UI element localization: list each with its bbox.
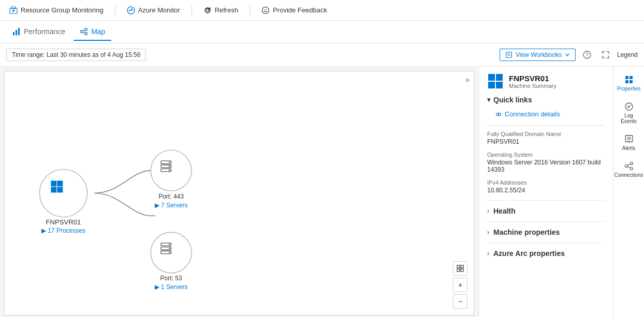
time-range-label: Time range: Last 30 minutes as of 4 Aug … [12,51,140,58]
properties-panel-icon [624,75,634,84]
svg-rect-49 [625,80,628,83]
ipv4-value: 10.80.2.55/24 [487,187,605,194]
connector-line-top [95,171,152,193]
svg-text:!: ! [628,138,630,142]
resource-group-icon [9,6,18,14]
expand-arrow-icon[interactable]: » [465,76,470,84]
machine-props-chevron: › [487,229,489,236]
top-nav: Resource Group Monitoring Azure Monitor … [0,0,644,21]
feedback-label: Provide Feedback [273,6,327,14]
azure-monitor-label: Azure Monitor [138,6,180,14]
refresh-label: Refresh [215,6,239,14]
svg-rect-9 [18,28,20,35]
nav-azure-monitor[interactable]: Azure Monitor [124,4,183,17]
arc-props-chevron: › [487,250,489,257]
zoom-in-button[interactable]: + [453,278,467,292]
zoom-out-button[interactable]: − [453,294,467,309]
divider-1 [487,125,605,126]
toolbar: Time range: Last 30 minutes as of 4 Aug … [0,43,644,67]
svg-point-10 [81,30,83,33]
map-controls: + − [453,261,467,309]
svg-rect-8 [16,30,17,35]
tab-bar: Performance Map [0,21,644,43]
tab-map[interactable]: Map [74,23,111,41]
fit-view-icon [457,265,464,272]
svg-rect-39 [461,269,463,271]
help-icon: ? [583,51,591,59]
nav-sep-2 [192,5,192,16]
svg-rect-36 [457,265,460,268]
side-icon-alerts[interactable]: ! Alerts [614,130,643,155]
link-icon [495,111,502,117]
map-icon [80,27,88,36]
legend-label: Legend [617,51,638,58]
alerts-panel-label: Alerts [622,145,636,151]
svg-point-35 [169,252,170,253]
azure-monitor-icon [127,6,135,14]
main-content: FNPSVR01 ▶ 17 Processes Port: 443 ▶ 7 Se… [0,67,644,317]
connection-details-link[interactable]: Connection details [487,108,605,120]
help-icon-button[interactable]: ? [580,48,594,62]
expand-icon [602,51,610,59]
port-53-label: Port: 53 [160,275,182,282]
machine-props-title: Machine properties [493,228,560,236]
side-icon-connections[interactable]: Connections [614,157,643,182]
ipv4-group: IPv4 Addresses 10.80.2.55/24 [487,179,605,194]
svg-point-12 [85,32,87,35]
svg-point-5 [264,9,265,10]
svg-point-2 [12,10,14,12]
health-header[interactable]: › Health [487,207,605,215]
nav-resource-group[interactable]: Resource Group Monitoring [6,4,107,17]
main-node-processes: ▶ 17 Processes [41,227,85,234]
fit-view-button[interactable] [453,261,467,276]
performance-icon [12,27,21,36]
tab-performance[interactable]: Performance [6,23,71,41]
port-443-label: Port: 443 [158,193,184,200]
nav-sep-1 [115,5,115,16]
svg-point-57 [625,165,627,168]
machine-name: FNPSVR01 [509,74,557,83]
svg-rect-21 [57,180,63,186]
side-icon-log-events[interactable]: Log Events [614,98,643,128]
svg-rect-42 [488,82,495,88]
os-group: Operating System Windows Server 2016 Ver… [487,152,605,173]
side-icon-properties[interactable]: Properties [614,71,643,96]
machine-props-header[interactable]: › Machine properties [487,228,605,236]
svg-rect-7 [13,32,14,35]
connections-panel-label: Connections [614,172,643,178]
arc-props-title: Azure Arc properties [493,249,565,258]
svg-line-14 [83,32,85,33]
svg-rect-43 [496,82,503,88]
expand-icon-button[interactable] [598,48,613,62]
svg-rect-47 [625,76,628,79]
quick-links-section[interactable]: ▾ Quick links [487,96,605,104]
svg-rect-23 [57,187,63,192]
nav-feedback[interactable]: Provide Feedback [258,4,330,17]
nav-resource-group-label: Resource Group Monitoring [21,6,104,14]
svg-point-58 [630,162,633,165]
view-workbooks-label: View Workbooks [516,51,562,58]
machine-subtitle: Machine Summary [509,83,557,89]
time-range-button[interactable]: Time range: Last 30 minutes as of 4 Aug … [6,49,146,61]
map-visualization: FNPSVR01 ▶ 17 Processes Port: 443 ▶ 7 Se… [5,71,474,315]
fqdn-group: Fully Qualified Domain Name FNPSVR01 [487,131,605,145]
svg-rect-48 [630,76,633,79]
quick-links-label: Quick links [493,96,532,104]
svg-rect-15 [506,52,512,58]
main-node-circle[interactable] [39,169,87,217]
nav-refresh[interactable]: Refresh [200,4,242,17]
view-workbooks-button[interactable]: View Workbooks [500,49,576,61]
connection-details-label: Connection details [505,110,560,118]
log-events-panel-label: Log Events [617,113,641,124]
properties-panel-label: Properties [617,86,641,92]
svg-rect-37 [461,265,463,268]
legend-button[interactable]: Legend [617,51,638,58]
health-section: › Health [487,200,605,221]
svg-point-29 [169,170,170,171]
machine-info: FNPSVR01 Machine Summary [509,74,557,89]
panel-content: FNPSVR01 Machine Summary ▾ Quick links C… [479,67,613,317]
arc-props-header[interactable]: › Azure Arc properties [487,249,605,258]
os-value: Windows Server 2016 Version 1607 build 1… [487,159,605,173]
svg-point-33 [169,244,170,245]
windows-logo [487,73,504,89]
